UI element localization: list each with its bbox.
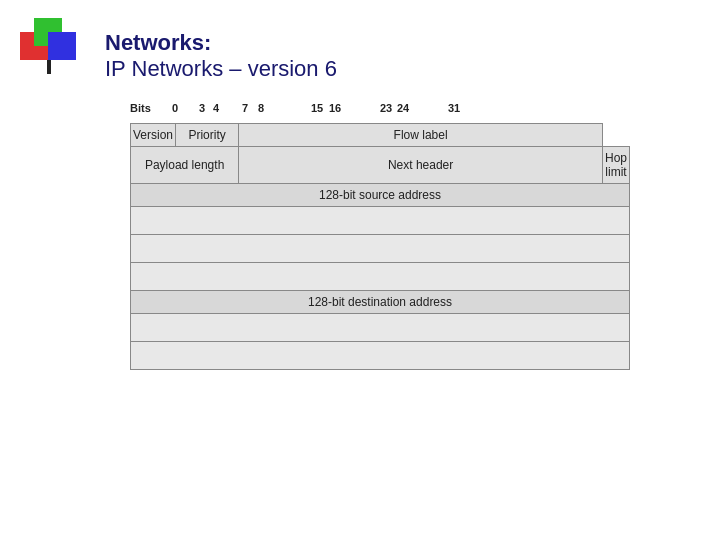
cell-dest-cont-2 (131, 342, 630, 370)
cell-dest-cont-1 (131, 314, 630, 342)
table-row-3: 128-bit source address (131, 184, 630, 207)
bit-label-3: 3 (199, 102, 205, 114)
bit-label-16: 16 (329, 102, 341, 114)
bit-label-31: 31 (448, 102, 460, 114)
cell-source-cont-3 (131, 263, 630, 291)
bit-label-24: 24 (397, 102, 409, 114)
cell-flow-label: Flow label (239, 124, 603, 147)
bit-label-8: 8 (258, 102, 264, 114)
diagram: Bits 0 3 4 7 8 15 16 23 24 31 Version Pr… (130, 102, 630, 370)
cell-source-cont-2 (131, 235, 630, 263)
bit-label-23: 23 (380, 102, 392, 114)
table-row-9 (131, 342, 630, 370)
logo-blue-square (48, 32, 76, 60)
table-row-2: Payload length Next header Hop limit (131, 147, 630, 184)
bit-label-15: 15 (311, 102, 323, 114)
table-row-8 (131, 314, 630, 342)
cell-next-header: Next header (239, 147, 603, 184)
logo (20, 18, 75, 73)
ip-header-table: Version Priority Flow label Payload leng… (130, 123, 630, 370)
title-line2: IP Networks – version 6 (105, 56, 690, 82)
bit-label-4: 4 (213, 102, 219, 114)
page: Networks: IP Networks – version 6 Bits 0… (0, 0, 720, 540)
bit-label-7: 7 (242, 102, 248, 114)
cell-priority: Priority (176, 124, 239, 147)
cell-version: Version (131, 124, 176, 147)
table-row-7: 128-bit destination address (131, 291, 630, 314)
table-row-6 (131, 263, 630, 291)
title-line1: Networks: (105, 30, 690, 56)
bit-labels-row: Bits 0 3 4 7 8 15 16 23 24 31 (130, 102, 630, 120)
bit-label-bits: Bits (130, 102, 151, 114)
cell-hop-limit: Hop limit (602, 147, 629, 184)
cell-payload-length: Payload length (131, 147, 239, 184)
title-block: Networks: IP Networks – version 6 (105, 30, 690, 82)
cell-source-cont-1 (131, 207, 630, 235)
bit-label-0: 0 (172, 102, 178, 114)
table-row-4 (131, 207, 630, 235)
table-row-1: Version Priority Flow label (131, 124, 630, 147)
cell-dest-address: 128-bit destination address (131, 291, 630, 314)
cell-source-address: 128-bit source address (131, 184, 630, 207)
table-row-5 (131, 235, 630, 263)
